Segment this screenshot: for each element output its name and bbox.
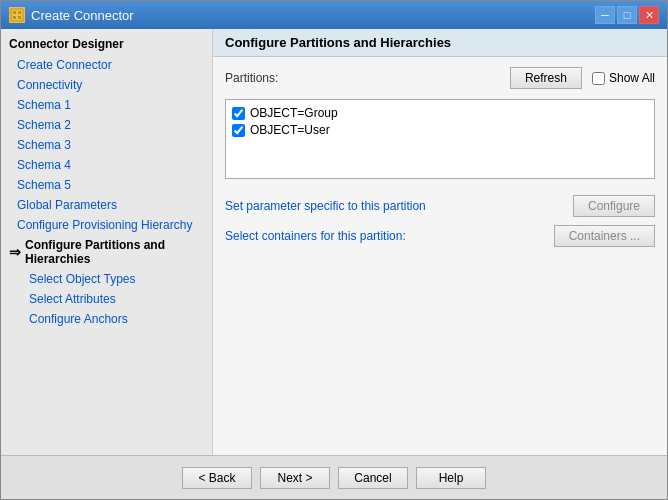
sidebar-item-select-object-types[interactable]: Select Object Types (1, 269, 212, 289)
refresh-button[interactable]: Refresh (510, 67, 582, 89)
svg-rect-0 (11, 9, 23, 21)
show-all-checkbox[interactable] (592, 72, 605, 85)
configure-label: Set parameter specific to this partition (225, 199, 426, 213)
svg-rect-2 (18, 11, 21, 14)
containers-label: Select containers for this partition: (225, 229, 406, 243)
cancel-button[interactable]: Cancel (338, 467, 408, 489)
sidebar-item-schema-1[interactable]: Schema 1 (1, 95, 212, 115)
sidebar-item-schema-4[interactable]: Schema 4 (1, 155, 212, 175)
sidebar-item-schema-5[interactable]: Schema 5 (1, 175, 212, 195)
sidebar-item-configure-provisioning[interactable]: Configure Provisioning Hierarchy (1, 215, 212, 235)
sidebar-item-global-parameters[interactable]: Global Parameters (1, 195, 212, 215)
title-bar: Create Connector ─ □ ✕ (1, 1, 667, 29)
right-panel: Configure Partitions and Hierarchies Par… (213, 29, 667, 455)
minimize-button[interactable]: ─ (595, 6, 615, 24)
title-controls: ─ □ ✕ (595, 6, 659, 24)
show-all-label: Show All (592, 71, 655, 85)
partition-user-item[interactable]: OBJECT=User (232, 123, 648, 137)
main-content: Connector Designer Create Connector Conn… (1, 29, 667, 455)
arrow-icon: ⇒ (9, 244, 21, 260)
sidebar-item-connectivity[interactable]: Connectivity (1, 75, 212, 95)
partition-actions: Set parameter specific to this partition… (225, 195, 655, 247)
footer: < Back Next > Cancel Help (1, 455, 667, 499)
sidebar-item-schema-2[interactable]: Schema 2 (1, 115, 212, 135)
partition-group-checkbox[interactable] (232, 107, 245, 120)
sidebar-item-configure-partitions[interactable]: ⇒ Configure Partitions and Hierarchies (1, 235, 212, 269)
panel-header: Configure Partitions and Hierarchies (213, 29, 667, 57)
maximize-button[interactable]: □ (617, 6, 637, 24)
close-button[interactable]: ✕ (639, 6, 659, 24)
panel-body: Partitions: Refresh Show All OBJECT= (213, 57, 667, 455)
sidebar-header: Connector Designer (1, 33, 212, 55)
sidebar-item-select-attributes[interactable]: Select Attributes (1, 289, 212, 309)
partitions-list: OBJECT=Group OBJECT=User (225, 99, 655, 179)
window-title: Create Connector (31, 8, 134, 23)
partition-group-item[interactable]: OBJECT=Group (232, 106, 648, 120)
sidebar-item-schema-3[interactable]: Schema 3 (1, 135, 212, 155)
title-bar-left: Create Connector (9, 7, 134, 23)
configure-button[interactable]: Configure (573, 195, 655, 217)
containers-row: Select containers for this partition: Co… (225, 225, 655, 247)
partitions-label: Partitions: (225, 71, 278, 85)
window: Create Connector ─ □ ✕ Connector Designe… (0, 0, 668, 500)
sidebar-item-create-connector[interactable]: Create Connector (1, 55, 212, 75)
sidebar-item-configure-anchors[interactable]: Configure Anchors (1, 309, 212, 329)
help-button[interactable]: Help (416, 467, 486, 489)
sidebar: Connector Designer Create Connector Conn… (1, 29, 213, 455)
partitions-toolbar-row: Partitions: Refresh Show All (225, 67, 655, 89)
partition-user-checkbox[interactable] (232, 124, 245, 137)
containers-button[interactable]: Containers ... (554, 225, 655, 247)
back-button[interactable]: < Back (182, 467, 252, 489)
svg-rect-3 (13, 16, 16, 19)
app-icon (9, 7, 25, 23)
configure-row: Set parameter specific to this partition… (225, 195, 655, 217)
svg-rect-4 (18, 16, 21, 19)
svg-rect-1 (13, 11, 16, 14)
next-button[interactable]: Next > (260, 467, 330, 489)
